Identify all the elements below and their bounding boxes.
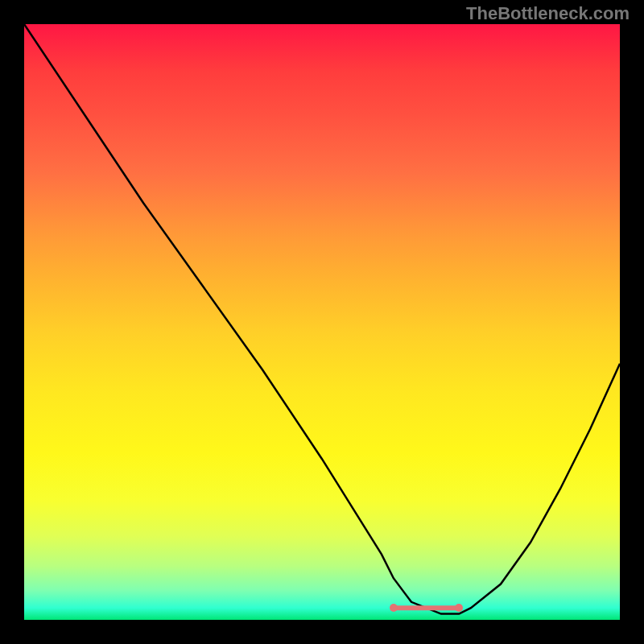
bottleneck-curve-svg	[24, 24, 620, 620]
optimal-range-end-marker	[455, 604, 463, 612]
bottleneck-curve-path	[24, 24, 620, 614]
optimal-range-start-marker	[390, 604, 398, 612]
chart-plot-area	[24, 24, 620, 620]
watermark-label: TheBottleneck.com	[466, 3, 630, 24]
